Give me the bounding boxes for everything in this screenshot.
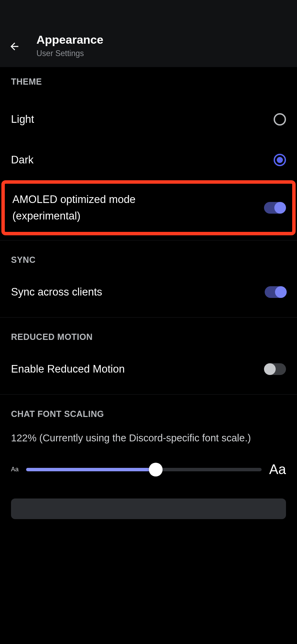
amoled-label: AMOLED optimized mode (experimental) [12, 191, 191, 224]
toggle-knob-icon [275, 286, 287, 298]
section-theme-header: THEME [0, 67, 297, 87]
toggle-knob-icon [264, 363, 276, 375]
slider-thumb-icon [149, 463, 163, 476]
amoled-mode-row[interactable]: AMOLED optimized mode (experimental) [1, 180, 296, 235]
page-title: Appearance [36, 33, 103, 47]
amoled-toggle[interactable] [264, 202, 285, 214]
toggle-knob-icon [274, 202, 286, 214]
chat-preview-card [11, 498, 286, 519]
arrow-left-icon [9, 41, 20, 52]
header-text: Appearance User Settings [36, 33, 103, 58]
section-reduced-motion-header: REDUCED MOTION [0, 318, 297, 342]
slider-fill [26, 468, 156, 471]
app-header: Appearance User Settings [0, 0, 297, 67]
font-scale-slider[interactable] [26, 468, 262, 471]
radio-unselected-icon [274, 113, 286, 126]
back-button[interactable] [7, 39, 22, 54]
reduced-motion-row[interactable]: Enable Reduced Motion [0, 349, 297, 389]
reduced-motion-toggle[interactable] [265, 363, 286, 375]
font-scale-slider-row: Aa Aa [0, 445, 297, 477]
theme-light-label: Light [11, 112, 34, 127]
font-size-min-icon: Aa [11, 466, 19, 473]
font-scaling-description: 122% (Currently using the Discord-specif… [0, 419, 297, 445]
theme-dark-label: Dark [11, 152, 33, 167]
sync-toggle[interactable] [265, 286, 286, 298]
reduced-motion-label: Enable Reduced Motion [11, 362, 125, 376]
sync-clients-label: Sync across clients [11, 285, 102, 299]
section-font-scaling-header: CHAT FONT SCALING [0, 395, 297, 419]
page-subtitle: User Settings [36, 49, 103, 58]
font-size-max-icon: Aa [269, 462, 286, 477]
theme-option-light[interactable]: Light [0, 99, 297, 140]
section-sync-header: SYNC [0, 240, 297, 265]
radio-selected-icon [274, 154, 286, 166]
sync-across-clients-row[interactable]: Sync across clients [0, 272, 297, 312]
theme-option-dark[interactable]: Dark [0, 140, 297, 180]
